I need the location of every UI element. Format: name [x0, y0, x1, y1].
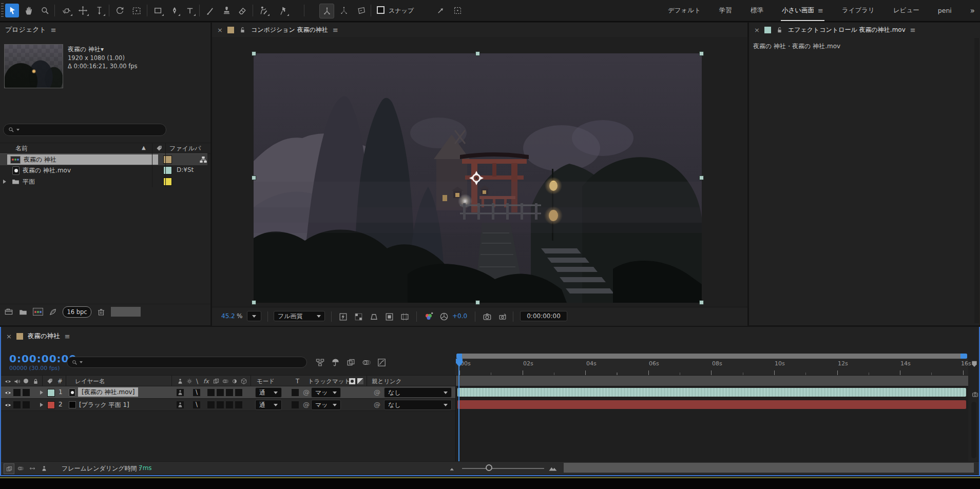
viewport[interactable] — [212, 37, 747, 307]
column-name[interactable]: 名前 — [15, 144, 28, 153]
collapse-column-icon[interactable] — [186, 378, 193, 385]
folder-expander-icon[interactable] — [3, 180, 6, 184]
fx-toggle[interactable] — [207, 389, 215, 396]
snap-along-edges-button[interactable] — [434, 4, 448, 17]
parent-pickwhip-icon[interactable]: @ — [374, 388, 380, 396]
column-preserve-transparency[interactable]: T — [296, 376, 299, 387]
rotation-tool-button[interactable] — [113, 4, 127, 17]
frame-blend-toggle[interactable] — [217, 389, 224, 396]
shape-tool-button[interactable] — [151, 4, 165, 17]
toolbar-drag-handle[interactable] — [1, 3, 4, 17]
time-ruler[interactable]: 00s 02s 04s 06s 08s 10s 12s 14s 16s — [455, 359, 968, 376]
quality-toggle[interactable]: \ — [193, 389, 200, 396]
selection-handle-mid-right[interactable] — [699, 175, 704, 180]
layer-row-2[interactable]: 2 [ブラック 平面 1] \ 通 @ マッ @ なし — [1, 399, 455, 411]
workspace-menu-icon[interactable]: ≡ — [818, 7, 823, 14]
workspace-tab-peni[interactable]: peni — [938, 0, 952, 21]
toggle-switches-pane-button[interactable] — [4, 463, 14, 474]
project-item-name[interactable]: 夜霧の 神社▾ — [68, 45, 104, 54]
lock-column-icon[interactable] — [32, 378, 40, 385]
timeline-horizontal-scrollbar[interactable] — [564, 463, 974, 473]
selection-tool-button[interactable] — [5, 4, 19, 17]
frame-blend-toggle[interactable] — [217, 401, 224, 408]
track-matte-dropdown[interactable]: マッ — [311, 387, 341, 398]
3d-layer-column-icon[interactable] — [240, 378, 247, 385]
comp-marker-bin-icon[interactable] — [970, 360, 978, 368]
project-row-selected-name[interactable]: 夜霧の 神社 — [7, 154, 158, 165]
column-divider[interactable] — [251, 376, 251, 386]
composition-viewer-tab[interactable]: × コンポジション 夜霧の神社 ≡ — [212, 23, 747, 37]
column-divider[interactable] — [367, 376, 367, 386]
adjustment-layer-column-icon[interactable] — [231, 378, 238, 385]
timeline-zoom-track[interactable] — [462, 468, 544, 469]
dolly-camera-tool-button[interactable] — [92, 4, 106, 17]
view-axis-mode-button[interactable] — [354, 4, 368, 17]
label-chip[interactable] — [163, 166, 172, 174]
selection-handle-top-center[interactable] — [475, 51, 480, 56]
close-icon[interactable]: × — [217, 26, 223, 34]
pen-tool-button[interactable] — [167, 4, 181, 17]
comp-button-icon[interactable] — [971, 390, 979, 398]
workspace-tab-learn[interactable]: 学習 — [719, 0, 732, 21]
fx-column-icon[interactable]: fx — [203, 378, 209, 385]
eraser-tool-button[interactable] — [235, 4, 249, 17]
show-channels-icon[interactable] — [424, 311, 434, 322]
solo-toggle[interactable] — [23, 401, 30, 408]
preserve-transparency-toggle[interactable] — [292, 401, 299, 408]
label-chip[interactable] — [163, 155, 172, 164]
fx-toggle[interactable] — [207, 401, 215, 408]
workspace-tab-library[interactable]: ライブラリ — [842, 0, 875, 21]
solo-toggle[interactable] — [23, 389, 30, 396]
video-column-icon[interactable] — [4, 378, 12, 385]
trash-icon[interactable] — [97, 307, 106, 317]
quality-toggle[interactable]: \ — [193, 401, 200, 408]
composition-image[interactable] — [254, 53, 702, 303]
column-divider[interactable] — [152, 143, 152, 153]
column-track-matte[interactable]: トラックマット — [308, 376, 350, 387]
toggle-rendertime-pane-button[interactable] — [39, 463, 49, 473]
shy-column-icon[interactable] — [177, 378, 184, 385]
alpha-matte-icon[interactable] — [349, 378, 355, 384]
region-of-interest-icon[interactable] — [385, 312, 394, 322]
work-area-bar[interactable] — [456, 354, 967, 359]
effect-controls-tab[interactable]: × エフェクトコントロール 夜霧の神社.mov ≡ — [749, 23, 980, 37]
pan-camera-tool-button[interactable] — [76, 4, 90, 17]
text-tool-button[interactable] — [183, 4, 197, 17]
brush-tool-button[interactable] — [203, 4, 217, 17]
shy-toggle-icon[interactable] — [177, 389, 184, 396]
snap-checkbox[interactable] — [377, 6, 385, 14]
resolution-dropdown[interactable]: フル画質 — [274, 311, 325, 321]
column-divider[interactable] — [66, 376, 66, 386]
roto-brush-tool-button[interactable] — [257, 4, 271, 17]
workspace-tab-default[interactable]: デフォルト — [668, 0, 701, 21]
audio-column-icon[interactable] — [13, 378, 21, 385]
layer-name[interactable]: [ブラック 平面 1] — [79, 401, 129, 409]
eye-icon[interactable] — [4, 401, 12, 409]
project-row-folder[interactable]: 平面 — [0, 176, 207, 187]
close-icon[interactable]: × — [754, 26, 760, 34]
project-panel-menu-icon[interactable]: ≡ — [51, 26, 56, 34]
project-panel-tab[interactable]: プロジェクト ≡ — [0, 23, 210, 37]
column-layer-name[interactable]: レイヤー名 — [75, 376, 105, 387]
selection-handle-top-left[interactable] — [252, 51, 256, 56]
timeline-search-input[interactable] — [67, 357, 307, 368]
label-chip[interactable] — [163, 178, 172, 186]
motion-blur-toggle[interactable] — [226, 401, 233, 408]
toggle-inout-pane-button[interactable] — [27, 463, 37, 473]
interpret-footage-icon[interactable] — [4, 307, 13, 317]
matte-pickwhip-icon[interactable]: @ — [303, 401, 310, 408]
fast-preview-icon[interactable] — [338, 312, 348, 322]
layer-expander-icon[interactable] — [40, 390, 43, 395]
column-filepath[interactable]: ファイルパ — [169, 144, 201, 153]
solo-column-icon[interactable] — [24, 379, 28, 383]
snap-to-features-button[interactable] — [451, 4, 465, 17]
column-divider[interactable] — [165, 143, 166, 153]
work-area-end-handle[interactable] — [960, 354, 967, 359]
show-snapshot-icon[interactable] — [497, 311, 508, 322]
preserve-transparency-toggle[interactable] — [292, 389, 299, 396]
column-parent-link[interactable]: 親とリンク — [372, 376, 402, 387]
eye-icon[interactable] — [4, 389, 12, 397]
comp-mini-flowchart-icon[interactable] — [315, 358, 325, 367]
graph-editor-icon[interactable] — [377, 358, 387, 367]
motion-blur-column-icon[interactable] — [222, 378, 229, 385]
